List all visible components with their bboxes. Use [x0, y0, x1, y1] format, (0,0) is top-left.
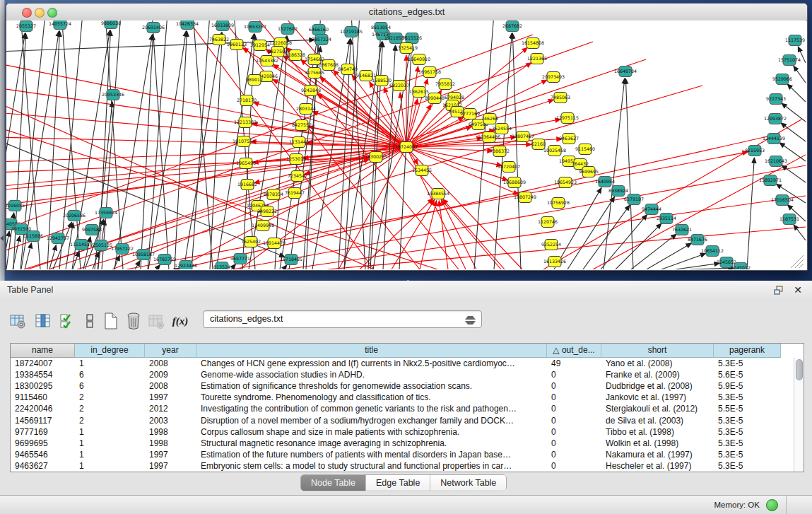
table-row[interactable]: 1872400712008Changes of HCN gene express… [11, 358, 794, 369]
network-node[interactable]: 12444139 [763, 134, 785, 144]
float-panel-icon[interactable] [774, 286, 784, 295]
node-table[interactable]: namein_degreeyeartitle△ out_de...shortpa… [10, 343, 804, 472]
network-window-titlebar[interactable]: citations_edges.txt [6, 4, 807, 21]
network-node[interactable]: 9115460 [575, 144, 595, 155]
column-header-title[interactable]: title [196, 344, 547, 358]
network-node[interactable]: 746266 [481, 114, 498, 124]
citation-edge-black[interactable] [616, 223, 661, 269]
citation-network-graph[interactable]: 2055327140557249886038206914061042633416… [6, 21, 806, 269]
network-node[interactable]: 7857224 [312, 35, 331, 45]
network-node[interactable]: 15718485 [280, 255, 302, 265]
citation-edge-black[interactable] [583, 205, 630, 269]
table-row[interactable]: 969969511998Structural magnetic resonanc… [11, 438, 794, 449]
network-node[interactable]: 1916682 [237, 180, 257, 190]
network-node[interactable]: 7485063 [551, 93, 570, 103]
tab-edge-table[interactable]: Edge Table [366, 475, 430, 491]
network-node[interactable]: 1187531 [779, 214, 799, 225]
network-node[interactable]: 2803144 [296, 104, 316, 115]
table-row[interactable]: 1938455462009Genome-wide association stu… [11, 369, 794, 380]
network-node[interactable]: 1117539 [785, 35, 805, 46]
network-node[interactable]: 2055327 [16, 21, 36, 32]
network-node[interactable]: 9463627 [559, 134, 579, 144]
column-header-year[interactable]: year [145, 344, 196, 358]
select-columns-icon[interactable] [58, 311, 76, 331]
network-node[interactable]: 15751074 [778, 55, 801, 66]
citation-edge-black[interactable] [631, 234, 676, 269]
network-node[interactable]: 16154808 [522, 38, 544, 49]
citation-edge-red[interactable] [317, 94, 406, 147]
table-settings-icon[interactable] [8, 311, 27, 331]
network-node[interactable]: 16782759 [153, 255, 176, 265]
network-node[interactable]: 6466160 [309, 25, 329, 35]
network-node[interactable]: 19654923 [554, 177, 577, 188]
citation-edge-black[interactable] [25, 243, 32, 269]
window-resize-grip[interactable] [791, 255, 804, 268]
network-node[interactable]: 9227343 [766, 94, 786, 105]
column-header-name[interactable]: name [11, 344, 75, 358]
network-node[interactable]: 10025458 [543, 146, 566, 156]
network-node[interactable]: 1527602 [278, 24, 298, 35]
tab-node-table[interactable]: Node Table [301, 475, 366, 491]
citation-edge-red[interactable] [176, 134, 780, 269]
scrollbar-thumb[interactable] [796, 359, 803, 380]
table-row[interactable]: 1830029562008Estimation of significance … [11, 380, 794, 392]
citation-edge-black[interactable] [690, 268, 734, 269]
network-node[interactable]: 9860123 [227, 40, 247, 50]
citation-edge-black[interactable] [283, 265, 287, 269]
table-row[interactable]: 1456911722003Disruption of a novel membe… [11, 415, 794, 426]
network-node[interactable]: 8878354 [264, 189, 283, 200]
network-node[interactable]: 10688609 [503, 177, 526, 188]
network-node[interactable]: 16648784 [614, 66, 637, 77]
network-node[interactable]: 20206586 [63, 211, 86, 221]
column-header-pagerank[interactable]: pagerank [714, 344, 781, 358]
citation-edge-red[interactable] [254, 147, 406, 183]
network-node[interactable]: 1221365 [527, 54, 547, 64]
citation-edge-black[interactable] [135, 261, 140, 269]
network-node[interactable]: 12213383 [234, 117, 257, 128]
new-table-icon[interactable] [102, 311, 120, 331]
network-node[interactable]: 9252254 [541, 240, 561, 250]
network-node[interactable]: 10653287 [244, 22, 266, 33]
table-row[interactable]: 977716911998Corpus callosum shape and si… [11, 426, 794, 438]
network-node[interactable]: 8215953 [745, 146, 765, 156]
network-node[interactable]: 14055724 [49, 21, 71, 30]
network-node[interactable]: 17016504 [771, 195, 794, 206]
citation-edge-black[interactable] [49, 245, 56, 269]
network-node[interactable]: 12975115 [556, 113, 579, 124]
citation-edge-black[interactable] [661, 253, 706, 269]
network-node[interactable]: 2687682 [502, 21, 522, 32]
delete-table-icon[interactable] [124, 311, 143, 331]
network-node[interactable]: 19384554 [427, 189, 449, 199]
network-canvas[interactable]: 2055327140557249886038206914061042633416… [6, 21, 806, 269]
network-node[interactable]: 1120746 [538, 217, 558, 228]
network-node[interactable]: 10426334 [176, 21, 199, 30]
network-node[interactable]: 1534455 [412, 165, 432, 176]
network-node[interactable]: 10807487 [512, 132, 534, 142]
network-node[interactable]: 20053346 [102, 90, 124, 100]
citation-edge-black[interactable] [787, 84, 806, 102]
row-height-icon[interactable] [81, 311, 99, 331]
network-node[interactable]: 10756928 [547, 198, 570, 209]
citation-edge-red[interactable] [406, 147, 493, 151]
citation-edge-black[interactable] [13, 236, 20, 269]
function-builder-icon[interactable]: f(x) [171, 311, 189, 331]
column-header-short[interactable]: short [601, 344, 714, 358]
panel-collapse-arrow-icon[interactable] [0, 235, 4, 241]
network-node[interactable]: 9657771 [230, 254, 250, 264]
citation-edge-red[interactable] [6, 147, 406, 187]
network-node[interactable]: 17359924 [95, 208, 117, 218]
network-node[interactable]: 15892971 [759, 175, 782, 186]
table-header-row[interactable]: namein_degreeyeartitle△ out_de...shortpa… [11, 344, 804, 358]
memory-status-indicator[interactable] [766, 499, 778, 511]
citation-edge-black[interactable] [647, 243, 691, 269]
citation-edge-black[interactable] [192, 21, 210, 269]
network-node[interactable]: 10914479 [263, 238, 286, 249]
network-node[interactable]: 20691406 [142, 23, 165, 33]
citation-edge-black[interactable] [604, 78, 625, 269]
citation-edge-black[interactable] [747, 158, 754, 269]
network-node[interactable]: 9474444 [642, 204, 661, 215]
column-header-out_de[interactable]: △ out_de... [547, 344, 601, 358]
network-node[interactable]: 8990448 [425, 93, 445, 104]
network-node[interactable]: 2718170 [237, 95, 257, 106]
table-row[interactable]: 2242004622012Investigating the contribut… [11, 403, 794, 414]
